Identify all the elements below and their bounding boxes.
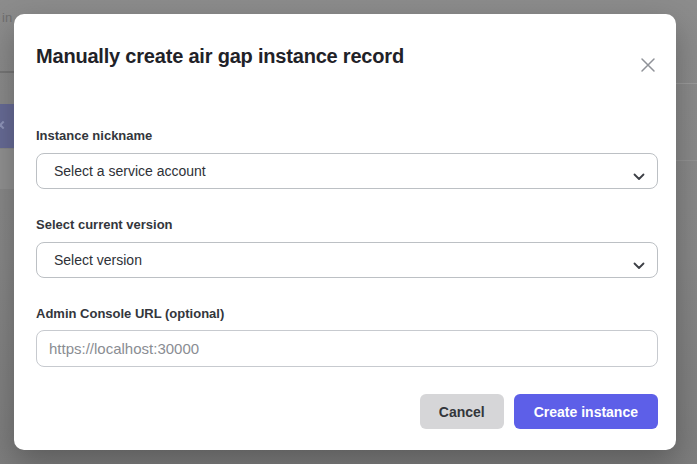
close-icon [640, 57, 656, 73]
modal-title: Manually create air gap instance record [36, 45, 404, 68]
background-divider [676, 83, 697, 84]
modal-footer: Cancel Create instance [420, 394, 658, 429]
close-button[interactable] [632, 49, 664, 81]
instance-nickname-select[interactable]: Select a service account [36, 153, 658, 189]
current-version-select[interactable]: Select version [36, 242, 658, 278]
create-airgap-instance-modal: Manually create air gap instance record … [14, 14, 676, 450]
background-partial-text: in [2, 10, 12, 25]
background-divider [0, 71, 14, 73]
current-version-label: Select current version [36, 217, 173, 232]
background-divider [676, 160, 697, 161]
current-version-select-wrap: Select version [36, 242, 658, 278]
instance-nickname-select-wrap: Select a service account [36, 153, 658, 189]
background-row [0, 149, 14, 189]
instance-nickname-label: Instance nickname [36, 128, 152, 143]
cancel-button[interactable]: Cancel [420, 394, 504, 429]
create-instance-button[interactable]: Create instance [514, 394, 658, 429]
admin-console-url-input[interactable] [36, 330, 658, 367]
admin-console-url-label: Admin Console URL (optional) [36, 306, 224, 321]
